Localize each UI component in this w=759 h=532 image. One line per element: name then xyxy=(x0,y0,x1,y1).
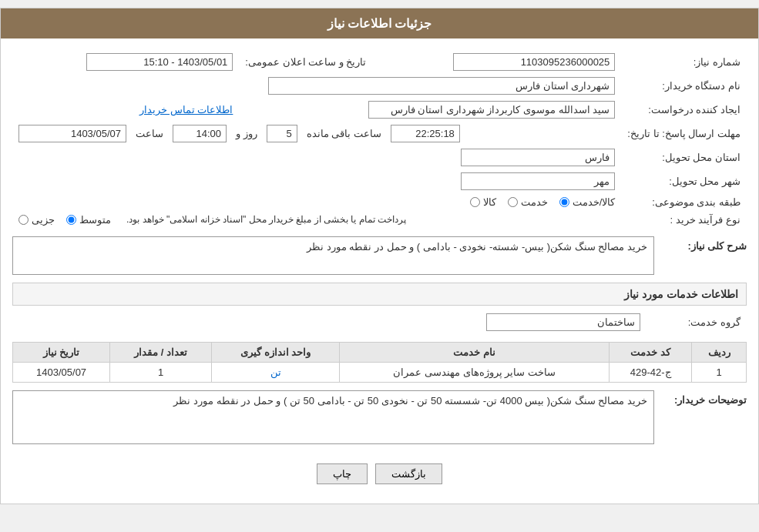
shahr-value: مهر xyxy=(12,169,621,193)
rooz-label: روز و xyxy=(236,128,257,139)
row-namDastgah: نام دستگاه خریدار: شهرداری استان فارس xyxy=(12,74,747,98)
farayand-radio-group: جزیی متوسط xyxy=(18,214,111,226)
ettelaatTamas-link[interactable]: اطلاعات تماس خریدار xyxy=(139,104,233,115)
shahr-field: مهر xyxy=(461,172,615,190)
mohlatErsal-label: مهلت ارسال پاسخ: تا تاریخ: xyxy=(621,122,747,146)
radio-kala-khedmat-input[interactable] xyxy=(559,197,569,207)
saat-label: ساعت xyxy=(136,128,163,139)
groheKhedmat-field: ساختمان xyxy=(486,313,640,331)
services-table-body: 1 ج-42-429 ساخت سایر پروژه‌های مهندسی عم… xyxy=(13,363,747,383)
radio-kala-input[interactable] xyxy=(470,197,480,207)
shahreKoli-label: شرح کلی نیاز: xyxy=(662,236,747,252)
groheKhedmat-label: گروه خدمت: xyxy=(646,310,747,334)
table-row: 1 ج-42-429 ساخت سایر پروژه‌های مهندسی عم… xyxy=(13,363,747,383)
services-table-header: ردیف کد خدمت نام خدمت واحد اندازه گیری ت… xyxy=(13,343,747,363)
buttons-row: بازگشت چاپ xyxy=(12,452,747,492)
ijadKonande-label: ایجاد کننده درخواست: xyxy=(621,98,747,122)
tarikhVaSaat-field: 1403/05/01 - 15:10 xyxy=(86,53,233,71)
chap-button[interactable]: چاپ xyxy=(317,463,368,484)
shomareNiaz-value: 1103095236000025 xyxy=(372,50,621,74)
radio-jozii[interactable]: جزیی xyxy=(18,214,55,226)
shahreKoli-section: شرح کلی نیاز: خرید مصالح سنگ شکن( بیس- ش… xyxy=(12,236,747,275)
tosifatKharidaar-display: خرید مصالح سنگ شکن( بیس 4000 تن- شسسته 5… xyxy=(12,390,654,444)
bazgasht-button[interactable]: بازگشت xyxy=(375,463,442,484)
groheKhedmat-value: ساختمان xyxy=(12,310,646,334)
baghimande-label: ساعت باقی مانده xyxy=(307,128,381,139)
content-area: شماره نیاز: 1103095236000025 تاریخ و ساع… xyxy=(1,38,758,504)
row-tabaqe: طبقه بندی موضوعی: کالا خدمت xyxy=(12,193,747,211)
tosifat-section: توضیحات خریدار: <span data-bind="form.to… xyxy=(12,390,747,444)
ostand-value: فارس xyxy=(12,146,621,169)
services-table: ردیف کد خدمت نام خدمت واحد اندازه گیری ت… xyxy=(12,342,747,383)
radio-kala-khedmat[interactable]: کالا/خدمت xyxy=(559,196,616,208)
radio-kala-khedmat-label: کالا/خدمت xyxy=(573,196,616,208)
khadamat-form-table: گروه خدمت: ساختمان xyxy=(12,310,747,334)
tosifat-container: <span data-bind="form.tosifatKharidaarVa… xyxy=(12,390,654,444)
ettelaatTamas-cell: اطلاعات تماس خریدار xyxy=(12,98,239,122)
services-header-row: ردیف کد خدمت نام خدمت واحد اندازه گیری ت… xyxy=(13,343,747,363)
cell-vahed: تن xyxy=(212,363,340,383)
tabaqe-value: کالا خدمت کالا/خدمت xyxy=(12,193,621,211)
row-groheKhedmat: گروه خدمت: ساختمان xyxy=(12,310,747,334)
noeFarayand-label: نوع فرآیند خرید : xyxy=(621,211,747,229)
saat-field: 14:00 xyxy=(173,125,227,142)
mohlatErsal-value: 1403/05/07 ساعت 14:00 روز و 5 ساعت باقی … xyxy=(12,122,621,146)
tosifatKharidaar-label: توضیحات خریدار: xyxy=(662,390,747,406)
noeFarayand-value: جزیی متوسط پرداخت تمام یا بخشی از مبلغ خ… xyxy=(12,211,621,229)
col-namKhedmat: نام خدمت xyxy=(340,343,610,363)
tarikhVaSaat-value: 1403/05/01 - 15:10 xyxy=(12,50,239,74)
radio-khedmat-label: خدمت xyxy=(521,196,548,208)
namDastgah-value: شهرداری استان فارس xyxy=(12,74,621,98)
cell-tarikhNiaz: 1403/05/07 xyxy=(13,363,110,383)
shahreKoli-field: خرید مصالح سنگ شکن( بیس- شسته- نخودی - ب… xyxy=(12,236,654,275)
radio-motevaset-input[interactable] xyxy=(66,215,76,225)
cell-kodKhedmat: ج-42-429 xyxy=(609,363,691,383)
radio-motevaset-label: متوسط xyxy=(79,214,111,226)
baghimande-field: 22:25:18 xyxy=(391,125,460,142)
namDastgah-label: نام دستگاه خریدار: xyxy=(621,74,747,98)
row-shomareNiaz: شماره نیاز: 1103095236000025 تاریخ و ساع… xyxy=(12,50,747,74)
radio-motevaset[interactable]: متوسط xyxy=(66,214,111,226)
ijadKonande-value: سید اسدالله موسوی کاربرداز شهرداری استان… xyxy=(239,98,621,122)
row-ostand: استان محل تحویل: فارس xyxy=(12,146,747,169)
shomareNiaz-field: 1103095236000025 xyxy=(453,53,615,71)
radio-khedmat[interactable]: خدمت xyxy=(508,196,548,208)
row-shahr: شهر محل تحویل: مهر xyxy=(12,169,747,193)
shahreKoli-container: خرید مصالح سنگ شکن( بیس- شسته- نخودی - ب… xyxy=(12,236,654,275)
main-form-table: شماره نیاز: 1103095236000025 تاریخ و ساع… xyxy=(12,50,747,229)
page-title: جزئیات اطلاعات نیاز xyxy=(327,17,432,30)
tabaqe-label: طبقه بندی موضوعی: xyxy=(621,193,747,211)
col-tedad: تعداد / مقدار xyxy=(110,343,212,363)
radio-jozii-input[interactable] xyxy=(18,215,29,225)
col-tarikhNiaz: تاریخ نیاز xyxy=(13,343,110,363)
tarikhVaSaat-label: تاریخ و ساعت اعلان عمومی: xyxy=(239,50,372,74)
khadamat-section-header: اطلاعات خدمات مورد نیاز xyxy=(12,283,747,306)
ostand-label: استان محل تحویل: xyxy=(621,146,747,169)
page-wrapper: جزئیات اطلاعات نیاز شماره نیاز: 11030952… xyxy=(0,8,759,504)
radio-kala[interactable]: کالا xyxy=(470,196,496,208)
radio-khedmat-input[interactable] xyxy=(508,197,518,207)
shahr-label: شهر محل تحویل: xyxy=(621,169,747,193)
cell-radif: 1 xyxy=(692,363,747,383)
col-radif: ردیف xyxy=(692,343,747,363)
row-mohlatErsalPasokh: مهلت ارسال پاسخ: تا تاریخ: 1403/05/07 سا… xyxy=(12,122,747,146)
shomareNiaz-label: شماره نیاز: xyxy=(621,50,747,74)
row-noeFarayand: نوع فرآیند خرید : جزیی متوسط xyxy=(12,211,747,229)
cell-namKhedmat: ساخت سایر پروژه‌های مهندسی عمران xyxy=(340,363,610,383)
page-header: جزئیات اطلاعات نیاز xyxy=(1,8,758,38)
radio-kala-label: کالا xyxy=(483,196,496,208)
col-kodKhedmat: کد خدمت xyxy=(609,343,691,363)
note-text: پرداخت تمام یا بخشی از مبلغ خریدار محل "… xyxy=(126,214,406,225)
ijadKonande-field: سید اسدالله موسوی کاربرداز شهرداری استان… xyxy=(368,101,615,119)
radio-jozii-label: جزیی xyxy=(32,214,55,226)
cell-tedad: 1 xyxy=(110,363,212,383)
date-field: 1403/05/07 xyxy=(18,125,126,142)
ostand-field: فارس xyxy=(461,149,615,166)
tabaqe-radio-group: کالا خدمت کالا/خدمت xyxy=(470,196,616,208)
rooz-field: 5 xyxy=(267,125,297,142)
col-vahed: واحد اندازه گیری xyxy=(212,343,340,363)
row-ijadKonande: ایجاد کننده درخواست: سید اسدالله موسوی ک… xyxy=(12,98,747,122)
namDastgah-field: شهرداری استان فارس xyxy=(268,77,615,95)
